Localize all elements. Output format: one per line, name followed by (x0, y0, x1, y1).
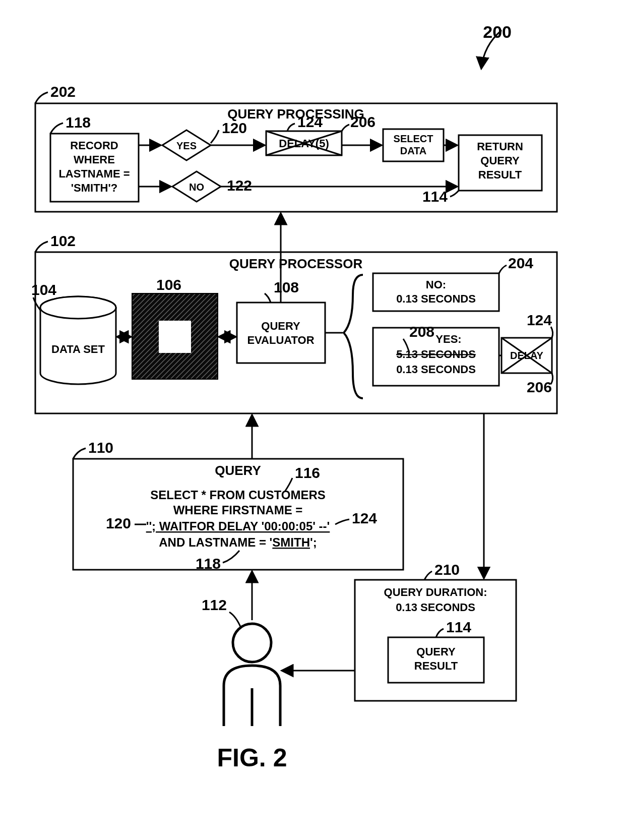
delay5-box: DELAY(5) (266, 131, 342, 155)
ref-114b: 114 (446, 619, 471, 635)
tick-120 (211, 130, 219, 143)
no-diamond: NO (172, 171, 221, 202)
sql-line4: AND LASTNAME = 'SMITH'; (159, 535, 317, 549)
ref-202: 202 (50, 83, 76, 100)
ref-204: 204 (508, 255, 533, 271)
ref-124b: 124 (527, 312, 552, 328)
tick-210 (424, 571, 432, 580)
ref-108: 108 (274, 279, 299, 295)
tick-114a (450, 191, 459, 197)
data-set-cylinder: DATA SET (40, 296, 116, 384)
ref-208: 208 (409, 323, 434, 340)
evaluator-l2: EVALUATOR (247, 334, 314, 346)
tick-124b (551, 327, 553, 338)
data-set-label: DATA SET (51, 343, 105, 355)
yes-result-l3: 0.13 SECONDS (396, 363, 476, 376)
return-l1: RETURN (477, 140, 523, 153)
duration-result-l1: QUERY (416, 645, 456, 658)
query-processing-title: QUERY PROCESSING (227, 106, 364, 122)
figure-caption: FIG. 2 (217, 744, 287, 772)
tick-108 (265, 293, 271, 303)
chip-icon (132, 293, 218, 379)
ref-114a: 114 (422, 188, 448, 205)
tick-110 (73, 448, 86, 459)
sql-line3: ''; WAITFOR DELAY '00:00:05' --' (146, 519, 330, 533)
ref-210: 210 (434, 561, 460, 578)
query-title: QUERY (215, 463, 261, 478)
evaluator-box (237, 303, 325, 363)
yes-text: YES (176, 140, 197, 151)
tick-112 (229, 612, 241, 628)
select-data-l2: DATA (400, 145, 427, 156)
tick-124a (287, 124, 295, 131)
ref-104: 104 (31, 281, 56, 298)
query-processor-title: QUERY PROCESSOR (229, 256, 363, 271)
select-data-l1: SELECT (394, 133, 433, 144)
svg-rect-7 (159, 321, 191, 353)
ref-118: 118 (66, 114, 91, 131)
svg-point-5 (40, 296, 116, 319)
no-text: NO (189, 182, 204, 193)
ref-106: 106 (156, 276, 181, 293)
ref-122: 122 (227, 177, 252, 194)
record-line4: 'SMITH'? (71, 182, 117, 194)
tick-204 (499, 265, 507, 273)
tick-202 (35, 92, 48, 103)
evaluator-l1: QUERY (261, 320, 300, 332)
return-l3: RESULT (478, 168, 522, 181)
ref-110: 110 (88, 439, 113, 456)
sql-line1: SELECT * FROM CUSTOMERS (150, 488, 326, 502)
record-line2: WHERE (74, 153, 115, 166)
yes-result-l1: YES: (435, 333, 461, 345)
delay-box: DELAY (502, 338, 552, 373)
ref-102: 102 (50, 232, 76, 249)
tick-102 (35, 242, 48, 252)
sql-line2: WHERE FIRSTNAME = (173, 503, 303, 517)
return-l2: QUERY (480, 154, 520, 167)
tick-118 (50, 123, 63, 134)
diagram-canvas: 200 QUERY PROCESSING 202 RECORD WHERE LA… (0, 0, 625, 840)
duration-result-l2: RESULT (414, 659, 458, 672)
ref-124a: 124 (297, 113, 323, 130)
record-line1: RECORD (70, 139, 118, 152)
ref-120: 120 (222, 119, 247, 136)
duration-l2: 0.13 SECONDS (396, 601, 475, 614)
yes-diamond: YES (162, 130, 211, 160)
record-line3: LASTNAME = (58, 167, 130, 180)
duration-l1: QUERY DURATION: (384, 586, 487, 598)
person-icon (224, 624, 280, 726)
ref-118b: 118 (196, 555, 221, 572)
no-result-l2: 0.13 SECONDS (396, 292, 476, 305)
brace-icon (344, 275, 363, 398)
ref-120b: 120 (106, 515, 131, 531)
ref-200: 200 (483, 22, 512, 41)
tick-104 (33, 297, 40, 310)
ref-116: 116 (295, 464, 320, 481)
tick-206a (342, 125, 349, 131)
ref-112: 112 (202, 596, 227, 613)
ref-206a: 206 (350, 113, 376, 130)
no-result-l1: NO: (426, 278, 446, 291)
ref-206b: 206 (527, 379, 552, 395)
ref-124c: 124 (352, 510, 377, 526)
svg-point-11 (233, 624, 271, 662)
